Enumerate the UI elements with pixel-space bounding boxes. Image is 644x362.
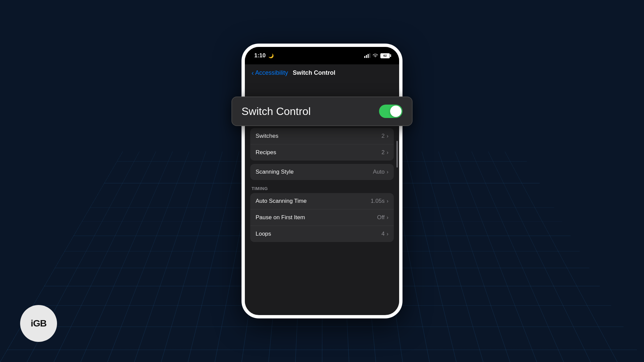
scanning-style-row[interactable]: Scanning Style Auto › (250, 164, 394, 180)
loops-chevron-icon: › (387, 231, 388, 237)
switch-control-card-label: Switch Control (241, 105, 311, 118)
battery-icon: 62 (380, 53, 390, 58)
svg-rect-0 (364, 56, 365, 58)
auto-scanning-time-value: 1.05s › (371, 198, 388, 204)
status-right: 62 (364, 53, 390, 58)
wifi-icon (372, 53, 378, 58)
svg-rect-3 (369, 53, 370, 58)
settings-group-1: Switches 2 › Recipes 2 › (250, 128, 394, 161)
settings-group-2: Scanning Style Auto › (250, 164, 394, 180)
loops-row[interactable]: Loops 4 › (250, 226, 394, 242)
signal-icon (364, 53, 370, 58)
auto-scanning-time-row[interactable]: Auto Scanning Time 1.05s › (250, 193, 394, 209)
nav-bar: ‹ Accessibility Switch Control (245, 64, 399, 80)
scanning-style-label: Scanning Style (256, 169, 293, 175)
switches-label: Switches (256, 133, 278, 139)
scanning-style-chevron-icon: › (387, 169, 388, 175)
dynamic-island (301, 52, 343, 64)
timing-section-header: TIMING (245, 183, 399, 193)
recipes-row[interactable]: Recipes 2 › (250, 144, 394, 161)
nav-back-label: Accessibility (255, 69, 288, 76)
toggle-knob (390, 106, 401, 117)
status-icons: 62 (364, 53, 390, 58)
pause-on-first-item-row[interactable]: Pause on First Item Off › (250, 209, 394, 226)
pause-on-first-item-value: Off › (377, 214, 388, 221)
switches-chevron-icon: › (387, 133, 388, 139)
scanning-style-value: Auto › (373, 169, 388, 175)
back-chevron-icon: ‹ (252, 69, 254, 77)
nav-back-button[interactable]: ‹ Accessibility (252, 69, 288, 77)
phone-frame: 1:10 🌙 (241, 44, 402, 318)
auto-scanning-time-label: Auto Scanning Time (256, 198, 307, 204)
recipes-value: 2 › (381, 149, 388, 156)
svg-rect-1 (366, 55, 367, 58)
svg-rect-2 (368, 54, 369, 58)
switches-value: 2 › (381, 133, 388, 139)
switches-row[interactable]: Switches 2 › (250, 128, 394, 144)
recipes-label: Recipes (256, 149, 276, 156)
recipes-chevron-icon: › (387, 149, 388, 156)
phone-wrapper: Switch Control 1:10 🌙 (241, 44, 402, 318)
loops-value: 4 › (381, 231, 388, 237)
status-time: 1:10 🌙 (254, 52, 274, 59)
pause-on-first-chevron-icon: › (387, 215, 388, 221)
switch-control-card[interactable]: Switch Control (231, 97, 413, 126)
settings-group-timing: Auto Scanning Time 1.05s › Pause on Firs… (250, 193, 394, 242)
nav-title: Switch Control (293, 69, 335, 76)
scroll-indicator (396, 141, 398, 168)
switch-control-toggle[interactable] (379, 105, 402, 118)
pause-on-first-item-label: Pause on First Item (256, 214, 305, 221)
igb-logo: iGB (20, 305, 57, 342)
loops-label: Loops (256, 231, 271, 237)
moon-icon: 🌙 (268, 53, 274, 58)
auto-scanning-chevron-icon: › (387, 198, 388, 204)
